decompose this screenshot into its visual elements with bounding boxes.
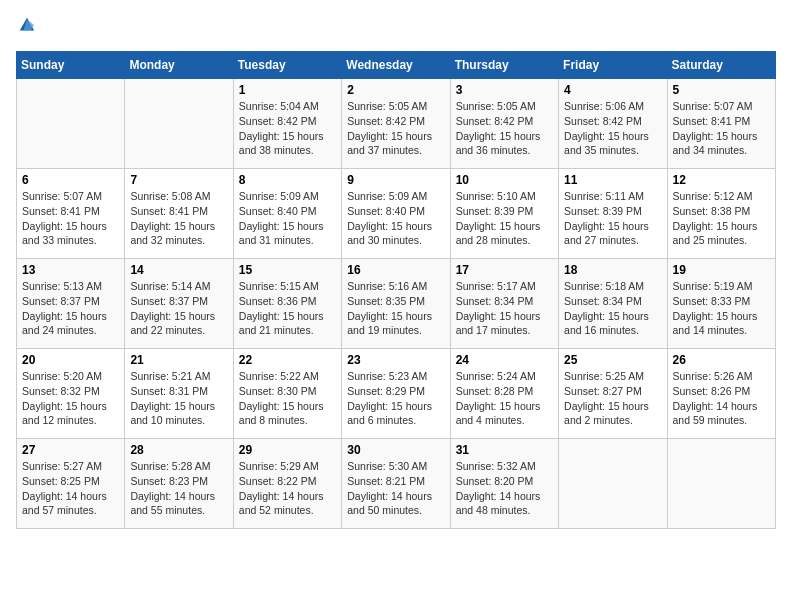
logo-text [16,16,36,41]
calendar-cell: 2Sunrise: 5:05 AM Sunset: 8:42 PM Daylig… [342,79,450,169]
calendar-cell: 3Sunrise: 5:05 AM Sunset: 8:42 PM Daylig… [450,79,558,169]
calendar-cell: 10Sunrise: 5:10 AM Sunset: 8:39 PM Dayli… [450,169,558,259]
day-content: Sunrise: 5:15 AM Sunset: 8:36 PM Dayligh… [239,279,336,338]
day-number: 12 [673,173,770,187]
day-number: 1 [239,83,336,97]
day-content: Sunrise: 5:12 AM Sunset: 8:38 PM Dayligh… [673,189,770,248]
day-number: 30 [347,443,444,457]
day-number: 18 [564,263,661,277]
logo-icon [18,16,36,34]
day-number: 13 [22,263,119,277]
calendar-cell: 8Sunrise: 5:09 AM Sunset: 8:40 PM Daylig… [233,169,341,259]
col-header-monday: Monday [125,52,233,79]
day-content: Sunrise: 5:09 AM Sunset: 8:40 PM Dayligh… [239,189,336,248]
day-number: 25 [564,353,661,367]
calendar-week-3: 13Sunrise: 5:13 AM Sunset: 8:37 PM Dayli… [17,259,776,349]
day-number: 19 [673,263,770,277]
calendar-cell: 17Sunrise: 5:17 AM Sunset: 8:34 PM Dayli… [450,259,558,349]
page-header [16,16,776,41]
day-number: 15 [239,263,336,277]
day-content: Sunrise: 5:06 AM Sunset: 8:42 PM Dayligh… [564,99,661,158]
day-number: 27 [22,443,119,457]
calendar-cell [17,79,125,169]
day-number: 6 [22,173,119,187]
day-content: Sunrise: 5:18 AM Sunset: 8:34 PM Dayligh… [564,279,661,338]
calendar-cell: 5Sunrise: 5:07 AM Sunset: 8:41 PM Daylig… [667,79,775,169]
calendar-week-2: 6Sunrise: 5:07 AM Sunset: 8:41 PM Daylig… [17,169,776,259]
day-content: Sunrise: 5:23 AM Sunset: 8:29 PM Dayligh… [347,369,444,428]
calendar-cell: 18Sunrise: 5:18 AM Sunset: 8:34 PM Dayli… [559,259,667,349]
calendar-header-row: SundayMondayTuesdayWednesdayThursdayFrid… [17,52,776,79]
day-content: Sunrise: 5:07 AM Sunset: 8:41 PM Dayligh… [673,99,770,158]
calendar-cell: 9Sunrise: 5:09 AM Sunset: 8:40 PM Daylig… [342,169,450,259]
calendar-cell: 25Sunrise: 5:25 AM Sunset: 8:27 PM Dayli… [559,349,667,439]
calendar-cell: 19Sunrise: 5:19 AM Sunset: 8:33 PM Dayli… [667,259,775,349]
day-content: Sunrise: 5:13 AM Sunset: 8:37 PM Dayligh… [22,279,119,338]
day-number: 31 [456,443,553,457]
day-number: 20 [22,353,119,367]
day-content: Sunrise: 5:05 AM Sunset: 8:42 PM Dayligh… [456,99,553,158]
day-number: 14 [130,263,227,277]
day-number: 17 [456,263,553,277]
day-content: Sunrise: 5:05 AM Sunset: 8:42 PM Dayligh… [347,99,444,158]
day-content: Sunrise: 5:16 AM Sunset: 8:35 PM Dayligh… [347,279,444,338]
calendar-week-4: 20Sunrise: 5:20 AM Sunset: 8:32 PM Dayli… [17,349,776,439]
day-number: 4 [564,83,661,97]
day-content: Sunrise: 5:26 AM Sunset: 8:26 PM Dayligh… [673,369,770,428]
day-content: Sunrise: 5:09 AM Sunset: 8:40 PM Dayligh… [347,189,444,248]
calendar-cell: 23Sunrise: 5:23 AM Sunset: 8:29 PM Dayli… [342,349,450,439]
calendar-cell: 4Sunrise: 5:06 AM Sunset: 8:42 PM Daylig… [559,79,667,169]
day-number: 7 [130,173,227,187]
day-content: Sunrise: 5:10 AM Sunset: 8:39 PM Dayligh… [456,189,553,248]
calendar-cell [125,79,233,169]
day-number: 28 [130,443,227,457]
day-number: 23 [347,353,444,367]
calendar-cell [667,439,775,529]
calendar-cell: 21Sunrise: 5:21 AM Sunset: 8:31 PM Dayli… [125,349,233,439]
calendar-cell: 16Sunrise: 5:16 AM Sunset: 8:35 PM Dayli… [342,259,450,349]
day-content: Sunrise: 5:27 AM Sunset: 8:25 PM Dayligh… [22,459,119,518]
day-content: Sunrise: 5:14 AM Sunset: 8:37 PM Dayligh… [130,279,227,338]
calendar-cell: 14Sunrise: 5:14 AM Sunset: 8:37 PM Dayli… [125,259,233,349]
day-content: Sunrise: 5:28 AM Sunset: 8:23 PM Dayligh… [130,459,227,518]
day-content: Sunrise: 5:17 AM Sunset: 8:34 PM Dayligh… [456,279,553,338]
day-content: Sunrise: 5:20 AM Sunset: 8:32 PM Dayligh… [22,369,119,428]
col-header-thursday: Thursday [450,52,558,79]
calendar-week-1: 1Sunrise: 5:04 AM Sunset: 8:42 PM Daylig… [17,79,776,169]
calendar-cell: 29Sunrise: 5:29 AM Sunset: 8:22 PM Dayli… [233,439,341,529]
day-content: Sunrise: 5:04 AM Sunset: 8:42 PM Dayligh… [239,99,336,158]
day-number: 21 [130,353,227,367]
day-content: Sunrise: 5:29 AM Sunset: 8:22 PM Dayligh… [239,459,336,518]
day-number: 10 [456,173,553,187]
col-header-tuesday: Tuesday [233,52,341,79]
day-number: 24 [456,353,553,367]
calendar-cell: 20Sunrise: 5:20 AM Sunset: 8:32 PM Dayli… [17,349,125,439]
day-content: Sunrise: 5:11 AM Sunset: 8:39 PM Dayligh… [564,189,661,248]
calendar-cell: 6Sunrise: 5:07 AM Sunset: 8:41 PM Daylig… [17,169,125,259]
calendar-cell: 28Sunrise: 5:28 AM Sunset: 8:23 PM Dayli… [125,439,233,529]
calendar-cell: 22Sunrise: 5:22 AM Sunset: 8:30 PM Dayli… [233,349,341,439]
day-number: 5 [673,83,770,97]
calendar-cell: 30Sunrise: 5:30 AM Sunset: 8:21 PM Dayli… [342,439,450,529]
calendar-cell: 13Sunrise: 5:13 AM Sunset: 8:37 PM Dayli… [17,259,125,349]
day-number: 8 [239,173,336,187]
day-number: 2 [347,83,444,97]
calendar-cell: 1Sunrise: 5:04 AM Sunset: 8:42 PM Daylig… [233,79,341,169]
day-content: Sunrise: 5:25 AM Sunset: 8:27 PM Dayligh… [564,369,661,428]
day-content: Sunrise: 5:07 AM Sunset: 8:41 PM Dayligh… [22,189,119,248]
day-number: 16 [347,263,444,277]
calendar-cell: 26Sunrise: 5:26 AM Sunset: 8:26 PM Dayli… [667,349,775,439]
calendar-cell [559,439,667,529]
day-number: 11 [564,173,661,187]
day-number: 22 [239,353,336,367]
calendar-cell: 15Sunrise: 5:15 AM Sunset: 8:36 PM Dayli… [233,259,341,349]
calendar-table: SundayMondayTuesdayWednesdayThursdayFrid… [16,51,776,529]
day-content: Sunrise: 5:19 AM Sunset: 8:33 PM Dayligh… [673,279,770,338]
day-content: Sunrise: 5:32 AM Sunset: 8:20 PM Dayligh… [456,459,553,518]
col-header-friday: Friday [559,52,667,79]
day-content: Sunrise: 5:08 AM Sunset: 8:41 PM Dayligh… [130,189,227,248]
day-number: 9 [347,173,444,187]
col-header-wednesday: Wednesday [342,52,450,79]
calendar-cell: 7Sunrise: 5:08 AM Sunset: 8:41 PM Daylig… [125,169,233,259]
day-number: 26 [673,353,770,367]
